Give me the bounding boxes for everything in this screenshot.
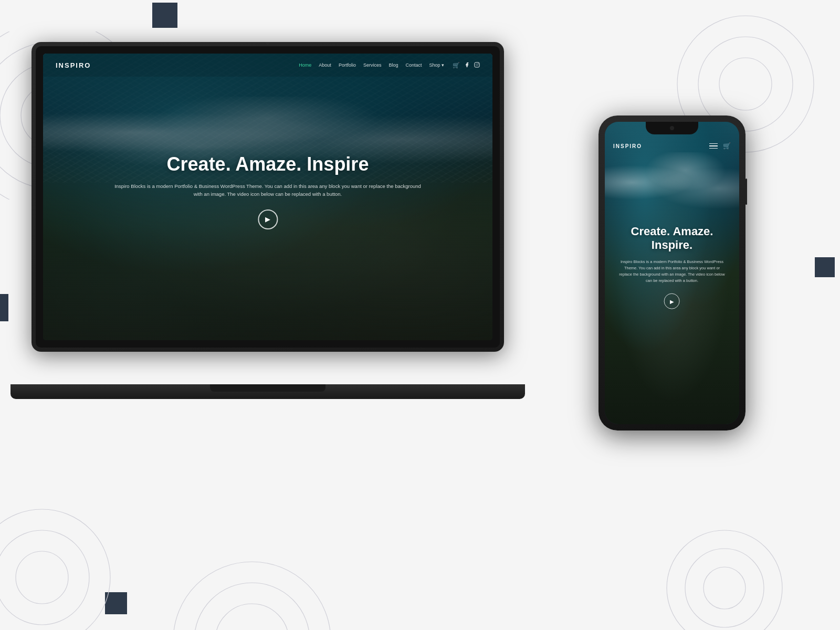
laptop-play-icon: ▶: [265, 215, 270, 223]
laptop-nav-logo: INSPIRO: [56, 61, 91, 69]
phone-body: INSPIRO 🛒 Create. Amaze. Inspire: [598, 116, 746, 430]
phone-screen: INSPIRO 🛒 Create. Amaze. Inspire: [605, 122, 739, 424]
svg-point-17: [476, 64, 478, 66]
laptop-base: [10, 384, 525, 399]
laptop-nav-links: Home About Portfolio Services Blog Conta…: [299, 62, 444, 68]
laptop-nav-about[interactable]: About: [319, 62, 331, 68]
phone-notch: [646, 122, 698, 134]
phone-play-icon: ▶: [670, 298, 674, 304]
laptop-hero-title: Create. Amaze. Inspire: [110, 154, 425, 175]
hamburger-menu[interactable]: [709, 143, 718, 149]
phone-camera: [670, 126, 674, 130]
phone-hero-subtitle: Inspiro Blocks is a modern Portfolio & B…: [618, 259, 726, 284]
phone-cart-icon[interactable]: 🛒: [723, 142, 731, 150]
laptop-body: INSPIRO Home About Portfolio Services Bl…: [32, 42, 504, 352]
laptop-bezel: INSPIRO Home About Portfolio Services Bl…: [36, 46, 500, 348]
phone-foam: [605, 152, 739, 213]
phone-nav-icons: 🛒: [709, 142, 731, 150]
laptop-screen: INSPIRO Home About Portfolio Services Bl…: [43, 54, 492, 340]
laptop-device: INSPIRO Home About Portfolio Services Bl…: [32, 42, 504, 399]
phone-hero-text: Create. Amaze. Inspire. Inspiro Blocks i…: [618, 225, 726, 309]
phone-play-button[interactable]: ▶: [664, 293, 680, 309]
laptop-nav-shop[interactable]: Shop ▾: [429, 62, 444, 68]
laptop-nav-contact[interactable]: Contact: [405, 62, 422, 68]
facebook-icon[interactable]: [464, 62, 470, 69]
svg-point-18: [478, 63, 479, 64]
phone-website-content: INSPIRO 🛒 Create. Amaze. Inspire: [605, 122, 739, 424]
laptop-website-content: INSPIRO Home About Portfolio Services Bl…: [43, 54, 492, 340]
phone-navbar: INSPIRO 🛒: [605, 136, 739, 155]
laptop-nav-home[interactable]: Home: [299, 62, 311, 68]
laptop-navbar: INSPIRO Home About Portfolio Services Bl…: [43, 54, 492, 77]
hamburger-line-2: [709, 145, 718, 146]
laptop-nav-portfolio[interactable]: Portfolio: [339, 62, 356, 68]
laptop-nav-blog[interactable]: Blog: [388, 62, 398, 68]
hamburger-line-3: [709, 148, 718, 149]
laptop-hero-text: Create. Amaze. Inspire Inspiro Blocks is…: [110, 154, 425, 229]
svg-rect-16: [475, 62, 479, 67]
main-scene: INSPIRO Home About Portfolio Services Bl…: [0, 0, 840, 630]
laptop-hinge: [210, 384, 326, 392]
instagram-icon[interactable]: [474, 62, 480, 69]
phone-hero-title: Create. Amaze. Inspire.: [618, 225, 726, 251]
phone-side-button: [746, 178, 747, 205]
hamburger-line-1: [709, 143, 718, 144]
laptop-nav-services[interactable]: Services: [363, 62, 382, 68]
laptop-play-button[interactable]: ▶: [258, 209, 278, 229]
laptop-hero-subtitle: Inspiro Blocks is a modern Portfolio & B…: [110, 182, 425, 198]
phone-nav-logo: INSPIRO: [613, 143, 642, 149]
laptop-nav-icons: 🛒: [453, 62, 480, 69]
laptop-camera: [266, 42, 270, 45]
cart-icon[interactable]: 🛒: [453, 62, 460, 69]
phone-device: INSPIRO 🛒 Create. Amaze. Inspire: [598, 116, 746, 430]
